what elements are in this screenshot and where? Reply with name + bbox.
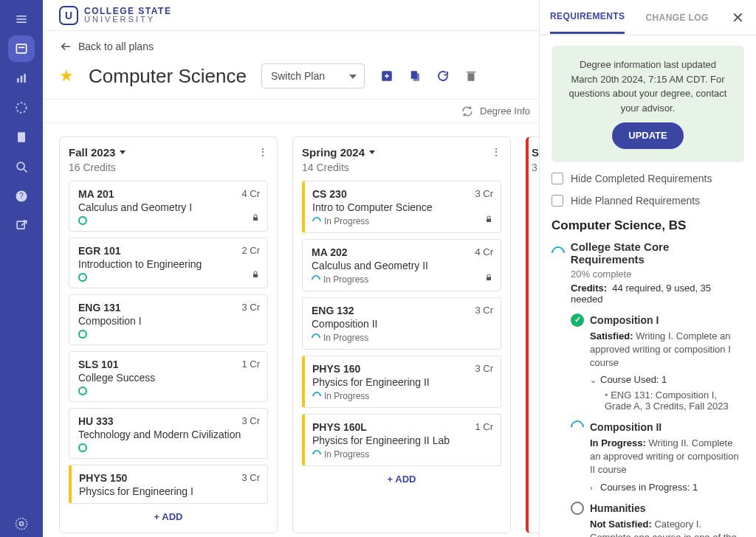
term-credits: 16 Credits	[69, 162, 126, 173]
checkbox-icon	[551, 173, 563, 184]
requirement-item: Composition I Satisfied: Writing I. Comp…	[571, 313, 744, 412]
chevron-icon: ›	[590, 483, 597, 492]
help-icon[interactable]: ?	[8, 183, 35, 209]
svg-text:?: ?	[19, 192, 24, 200]
course-credits: 1 Cr	[475, 421, 493, 433]
req-status-label: In Progress:	[590, 437, 646, 448]
course-code: CS 230	[312, 188, 347, 200]
req-course-used: ENG 131: Composition I, Grade A, 3 Credi…	[605, 389, 744, 412]
add-course-button[interactable]: + ADD	[302, 466, 501, 488]
course-card[interactable]: MA 2024 Cr Calculus and Geometry II In P…	[302, 239, 501, 291]
update-button[interactable]: UPDATE	[612, 122, 683, 149]
copy-button[interactable]	[408, 69, 422, 83]
course-status: In Progress	[312, 449, 493, 460]
degree-name: Computer Science, BS	[551, 218, 744, 233]
course-status: In Progress	[312, 216, 493, 226]
university-logo[interactable]: U COLLEGE STATE UNIVERSITY	[59, 6, 171, 25]
back-link[interactable]: Back to all plans	[59, 40, 523, 53]
req-expand-link[interactable]: ›Courses in Progress: 1	[590, 482, 744, 493]
course-card[interactable]: ENG 1313 Cr Composition I	[69, 294, 268, 345]
nav-plan-icon[interactable]	[8, 35, 35, 62]
svg-point-17	[16, 519, 27, 530]
svg-rect-26	[253, 218, 258, 221]
course-card[interactable]: CS 2303 Cr Intro to Computer Science In …	[302, 181, 501, 233]
switch-plan-dropdown[interactable]: Switch Plan	[261, 63, 365, 89]
svg-rect-9	[18, 132, 25, 142]
chevron-icon: ⌄	[590, 375, 597, 385]
star-icon[interactable]: ★	[59, 66, 74, 86]
req-expand-link[interactable]: ⌄Course Used: 1	[590, 374, 744, 385]
search-icon[interactable]	[8, 153, 35, 180]
delete-button[interactable]	[464, 69, 478, 83]
course-card[interactable]: PHYS 1603 Cr Physics for Engineering II …	[302, 356, 501, 408]
shield-icon: U	[59, 6, 78, 25]
svg-rect-4	[18, 47, 24, 49]
term-menu-button[interactable]: ⋮	[258, 146, 268, 158]
course-code: PHYS 150	[79, 472, 127, 484]
course-credits: 4 Cr	[241, 188, 260, 200]
update-notice: Degree information last updated March 20…	[551, 46, 744, 162]
req-title: Composition I	[590, 314, 659, 326]
course-name: Physics for Engineering II Lab	[312, 434, 493, 446]
refresh-button[interactable]	[436, 69, 450, 83]
chevron-down-icon	[120, 150, 126, 154]
course-name: Intro to Computer Science	[312, 201, 493, 213]
course-credits: 3 Cr	[475, 363, 493, 375]
course-code: MA 201	[78, 188, 114, 200]
svg-rect-27	[253, 274, 258, 278]
external-icon[interactable]	[8, 212, 35, 239]
hide-completed-label: Hide Completed Requirements	[571, 173, 712, 184]
settings-icon[interactable]	[8, 510, 35, 537]
term-name[interactable]: Spring 2024	[302, 146, 375, 159]
logo-line2: UNIVERSITY	[84, 15, 171, 24]
term-credits: 3	[532, 162, 539, 173]
open-badge-icon	[571, 502, 584, 515]
add-course-button[interactable]: + ADD	[69, 504, 268, 525]
term-card: Fall 2023 16 Credits ⋮ MA 2014 Cr Calcul…	[59, 136, 278, 533]
course-name: Composition II	[312, 318, 493, 330]
course-code: MA 202	[312, 246, 348, 258]
nav-progress-icon[interactable]	[8, 94, 35, 121]
notice-text: Degree information last updated March 20…	[568, 58, 728, 115]
req-group-percent: 20% complete	[571, 268, 744, 280]
nav-book-icon[interactable]	[8, 124, 35, 150]
course-card[interactable]: MA 2014 Cr Calculus and Geometry I	[69, 181, 268, 232]
course-card[interactable]: HU 3333 Cr Technology and Modern Civiliz…	[69, 408, 268, 459]
course-status: In Progress	[312, 333, 493, 343]
done-badge-icon	[571, 313, 584, 327]
req-status-label: Not Satisfied:	[590, 519, 652, 530]
course-card[interactable]: PHYS 1503 Cr Physics for Engineering I	[69, 465, 268, 504]
term-name: S	[532, 146, 539, 159]
hamburger-icon[interactable]	[8, 6, 35, 32]
course-code: ENG 131	[78, 302, 121, 313]
nav-bars-icon[interactable]	[8, 65, 35, 91]
hide-completed-checkbox[interactable]: Hide Completed Requirements	[551, 173, 744, 184]
term-credits: 14 Credits	[302, 162, 375, 173]
svg-rect-25	[467, 72, 475, 73]
term-name[interactable]: Fall 2023	[69, 146, 126, 159]
course-card[interactable]: SLS 1011 Cr College Success	[69, 351, 268, 402]
tab-requirements[interactable]: REQUIREMENTS	[550, 11, 625, 34]
progress-badge-icon	[549, 243, 567, 262]
course-card[interactable]: ENG 1323 Cr Composition II In Progress	[302, 297, 501, 350]
svg-point-16	[20, 522, 24, 526]
course-card[interactable]: EGR 1012 Cr Introduction to Engineering	[69, 238, 268, 288]
course-name: Physics for Engineering II	[312, 376, 493, 388]
course-credits: 4 Cr	[475, 246, 493, 258]
main-column: U COLLEGE STATE UNIVERSITY Back to all p…	[43, 0, 539, 537]
close-icon[interactable]: ✕	[732, 9, 744, 27]
course-code: ENG 132	[312, 305, 354, 316]
course-name: Calculus and Geometry II	[312, 260, 493, 271]
degree-info-label: Degree Info	[480, 105, 530, 117]
lock-icon	[484, 272, 493, 285]
hide-planned-checkbox[interactable]: Hide Planned Requirements	[551, 195, 744, 207]
back-link-label: Back to all plans	[78, 41, 154, 52]
course-code: PHYS 160L	[312, 421, 367, 433]
course-card[interactable]: PHYS 160L1 Cr Physics for Engineering II…	[302, 414, 501, 466]
credits-label: Credits:	[571, 283, 607, 294]
tab-change-log[interactable]: CHANGE LOG	[645, 13, 708, 33]
requirements-panel: REQUIREMENTS CHANGE LOG ✕ Degree informa…	[539, 0, 756, 537]
course-credits: 2 Cr	[241, 245, 260, 257]
term-menu-button[interactable]: ⋮	[491, 146, 501, 158]
add-button[interactable]	[379, 69, 394, 83]
